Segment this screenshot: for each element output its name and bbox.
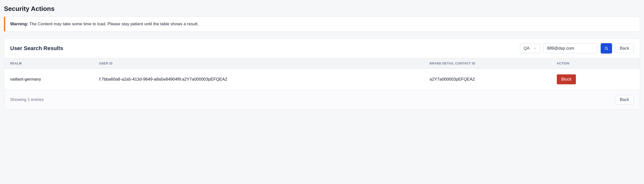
column-header-action: ACTION <box>551 58 640 69</box>
cell-realm: vaillant-germany <box>4 69 93 90</box>
back-button-bottom[interactable]: Back <box>615 95 634 104</box>
environment-selected-label: QA <box>524 46 530 51</box>
column-header-realm: REALM <box>4 58 93 69</box>
cell-user-id: f:7bba60a8-a2a5-413d-9649-a8a5e84904f9:a… <box>93 69 424 90</box>
card-title: User Search Results <box>10 45 63 52</box>
results-table: REALM USER ID BRAND DETAIL CONTACT ID AC… <box>4 58 640 90</box>
showing-entries-text: Showing 1 entries <box>10 97 44 102</box>
table-row: vaillant-germany f:7bba60a8-a2a5-413d-96… <box>4 69 640 90</box>
back-button-top[interactable]: Back <box>615 44 634 53</box>
card-footer: Showing 1 entries Back <box>4 90 640 109</box>
search-controls: QA Back <box>520 43 634 54</box>
column-header-user-id: USER ID <box>93 58 424 69</box>
search-button[interactable] <box>601 43 612 54</box>
column-header-brand-detail-contact-id: BRAND DETAIL CONTACT ID <box>424 58 551 69</box>
search-input[interactable] <box>543 43 598 53</box>
user-search-card: User Search Results QA Back REALM USER I… <box>4 39 640 110</box>
cell-brand-detail-contact-id: a2Y7a000003pEFQEA2 <box>424 69 551 90</box>
svg-line-1 <box>607 49 608 50</box>
warning-label: Warning: <box>10 22 28 26</box>
warning-text: The Content may take some time to load. … <box>28 22 199 26</box>
cell-action: Block <box>551 69 640 90</box>
environment-dropdown[interactable]: QA <box>520 44 540 53</box>
search-icon <box>604 46 608 51</box>
card-header: User Search Results QA Back <box>4 39 640 58</box>
warning-banner: Warning: The Content may take some time … <box>4 17 640 32</box>
block-button[interactable]: Block <box>557 74 576 84</box>
page-title: Security Actions <box>4 5 640 13</box>
chevron-down-icon <box>533 47 536 50</box>
